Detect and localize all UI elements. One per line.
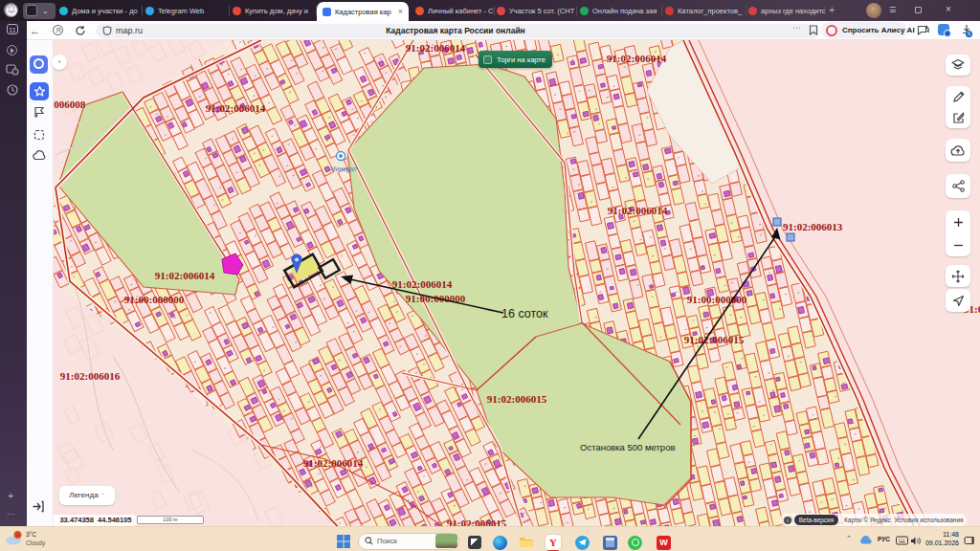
svg-text:91:02:006014: 91:02:006014 bbox=[608, 205, 668, 216]
svg-text:91:02:006014: 91:02:006014 bbox=[206, 102, 266, 114]
svg-text:91:02:006014: 91:02:006014 bbox=[303, 457, 364, 469]
svg-text:91:00:000000: 91:00:000000 bbox=[124, 294, 185, 305]
svg-text:91:02:006008: 91:02:006008 bbox=[54, 99, 86, 110]
svg-text:91:02:006014: 91:02:006014 bbox=[155, 270, 215, 281]
svg-text:91:02:006015: 91:02:006015 bbox=[684, 334, 745, 345]
svg-text:91:02:006014: 91:02:006014 bbox=[607, 53, 667, 64]
svg-text:91:00:000000: 91:00:000000 bbox=[687, 294, 747, 305]
svg-text:91:02:006014: 91:02:006014 bbox=[406, 42, 466, 54]
svg-text:91:02:006013: 91:02:006013 bbox=[783, 221, 843, 232]
svg-text:16 соток: 16 соток bbox=[501, 307, 548, 320]
svg-text:91:02:006014: 91:02:006014 bbox=[392, 278, 453, 290]
svg-text:91:02:006015: 91:02:006015 bbox=[487, 393, 547, 405]
svg-text:Минерал: Минерал bbox=[330, 165, 356, 173]
svg-text:Остановка 500 метров: Остановка 500 метров bbox=[580, 442, 676, 452]
svg-text:91:02:006016: 91:02:006016 bbox=[60, 370, 121, 382]
